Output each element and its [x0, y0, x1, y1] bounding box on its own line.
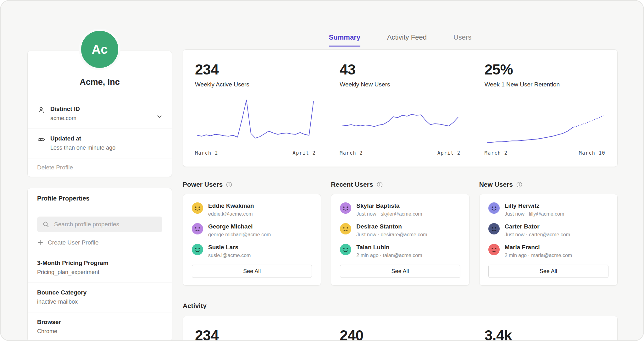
user-detail: Just now · lilly@acme.com — [505, 211, 564, 217]
user-row[interactable]: Eddie Kwakman eddie.k@acme.com — [192, 202, 312, 217]
user-name: Desirae Stanton — [356, 223, 427, 230]
chevron-down-icon[interactable] — [156, 113, 163, 120]
user-row[interactable]: Skylar Baptista Just now · skyler@acme.c… — [340, 202, 460, 217]
user-name: Susie Lars — [208, 244, 251, 251]
weekly-new-users-chart — [340, 97, 460, 150]
user-avatar — [340, 244, 351, 255]
x-axis: March 2 March 10 — [485, 150, 605, 156]
updated-at-row: Updated at Less than one minute ago — [28, 129, 172, 158]
profile-sidebar: Ac Acme, Inc Distinct ID acme.com — [27, 29, 172, 341]
user-lists: Power Users Eddie Kwakman eddie.k@acme.c… — [183, 181, 618, 286]
stat-label: Week 1 New User Retention — [485, 81, 605, 88]
user-row[interactable]: Lilly Herwitz Just now · lilly@acme.com — [488, 202, 608, 217]
search-icon — [42, 221, 50, 228]
week1-retention-chart — [485, 97, 605, 150]
stat-label: Weekly Active Users — [195, 81, 316, 88]
user-list-recent-users: Recent Users Skylar Baptista Just now · … — [331, 181, 469, 286]
list-header: New Users — [479, 181, 618, 188]
stat-value: 234 — [195, 61, 316, 78]
tab-activity-feed[interactable]: Activity Feed — [387, 33, 427, 47]
user-list-card: Skylar Baptista Just now · skyler@acme.c… — [331, 194, 469, 286]
distinct-id-value: acme.com — [50, 115, 80, 122]
stat-value: 234 — [195, 327, 316, 341]
create-user-profile-label: Create User Profile — [48, 239, 99, 246]
property-name: Browser — [37, 319, 162, 326]
user-detail: george.michael@acme.com — [208, 232, 271, 238]
list-title: Power Users — [183, 181, 223, 188]
distinct-id-row[interactable]: Distinct ID acme.com — [28, 99, 172, 129]
user-detail: eddie.k@acme.com — [208, 211, 254, 217]
stat-weekly-active-users: 234 Weekly Active Users March 2 April 2 — [183, 61, 328, 167]
list-header: Recent Users — [331, 181, 469, 188]
axis-tick: April 2 — [437, 150, 461, 156]
user-row[interactable]: Carter Bator Just now · carter@acme.com — [488, 223, 608, 238]
user-avatar — [192, 202, 203, 214]
updated-at-value: Less than one minute ago — [50, 145, 115, 151]
axis-tick: March 2 — [340, 150, 363, 156]
stat-weekly-new-users: 43 Weekly New Users March 2 April 2 — [328, 61, 472, 167]
tab-summary[interactable]: Summary — [329, 33, 360, 47]
see-all-button[interactable]: See All — [488, 265, 608, 278]
activity-card: 234 240 3.4k — [183, 316, 618, 341]
x-axis: March 2 April 2 — [195, 150, 316, 156]
property-row[interactable]: Bounce Category inactive-mailbox — [28, 283, 172, 312]
user-name: Maria Franci — [505, 244, 572, 251]
info-icon[interactable] — [377, 182, 383, 188]
app-window: Ac Acme, Inc Distinct ID acme.com — [0, 0, 644, 341]
stat-label: Weekly New Users — [340, 81, 460, 88]
user-row[interactable]: Desirae Stanton Just now · desirare@acme… — [340, 223, 460, 238]
property-name: 3-Month Pricing Program — [37, 260, 162, 267]
search-wrap — [37, 217, 162, 232]
axis-tick: March 10 — [579, 150, 605, 156]
property-row[interactable]: Browser Chrome — [28, 312, 172, 341]
info-icon[interactable] — [226, 182, 232, 188]
company-avatar-initials: Ac — [92, 42, 108, 57]
axis-tick: March 2 — [195, 150, 218, 156]
x-axis: March 2 April 2 — [340, 150, 460, 156]
property-value: Chrome — [37, 328, 162, 335]
user-row[interactable]: George Michael george.michael@acme.com — [192, 223, 312, 238]
axis-tick: April 2 — [293, 150, 316, 156]
user-detail: Just now · desirare@acme.com — [356, 232, 427, 238]
user-detail: 2 min ago · talan@acme.com — [356, 253, 422, 258]
user-avatar — [192, 223, 203, 234]
updated-at-label: Updated at — [50, 135, 115, 142]
user-avatar — [488, 244, 500, 255]
person-icon — [37, 106, 45, 114]
user-name: Lilly Herwitz — [505, 202, 564, 209]
distinct-id-label: Distinct ID — [50, 106, 80, 113]
stat-value: 25% — [485, 61, 605, 78]
search-profile-properties-input[interactable] — [37, 217, 162, 232]
user-name: George Michael — [208, 223, 271, 230]
user-list-card: Lilly Herwitz Just now · lilly@acme.com … — [479, 194, 618, 286]
stat-week1-retention: 25% Week 1 New User Retention March 2 Ma… — [473, 61, 617, 167]
profile-properties-card: Profile Properties Create User Profile 3… — [27, 188, 172, 341]
profile-properties-title: Profile Properties — [28, 188, 172, 209]
property-value: Pricing_plan_experiment — [37, 269, 162, 276]
info-icon[interactable] — [516, 182, 522, 188]
user-row[interactable]: Maria Franci 2 min ago · maria@acme.com — [488, 244, 608, 258]
user-row[interactable]: Talan Lubin 2 min ago · talan@acme.com — [340, 244, 460, 258]
activity-stat: 240 — [328, 327, 472, 341]
delete-profile-button[interactable]: Delete Profile — [28, 158, 172, 177]
user-row[interactable]: Susie Lars susie.l@acme.com — [192, 244, 312, 258]
weekly-active-users-chart — [195, 97, 316, 150]
user-detail: susie.l@acme.com — [208, 253, 251, 258]
see-all-button[interactable]: See All — [340, 265, 460, 278]
tab-users[interactable]: Users — [453, 33, 471, 47]
plus-icon — [37, 239, 43, 246]
list-title: Recent Users — [331, 181, 373, 188]
create-user-profile-button[interactable]: Create User Profile — [37, 239, 162, 246]
stat-value: 240 — [340, 327, 460, 341]
user-name: Carter Bator — [505, 223, 570, 230]
summary-card: 234 Weekly Active Users March 2 April 2 … — [183, 49, 618, 167]
activity-section-title: Activity — [183, 302, 618, 310]
user-name: Skylar Baptista — [356, 202, 422, 209]
tab-bar: Summary Activity Feed Users — [183, 33, 618, 47]
company-avatar: Ac — [79, 29, 120, 70]
activity-stat: 234 — [183, 327, 328, 341]
property-row[interactable]: 3-Month Pricing Program Pricing_plan_exp… — [28, 253, 172, 283]
see-all-button[interactable]: See All — [192, 265, 312, 278]
stat-value: 43 — [340, 61, 460, 78]
user-name: Talan Lubin — [356, 244, 422, 251]
